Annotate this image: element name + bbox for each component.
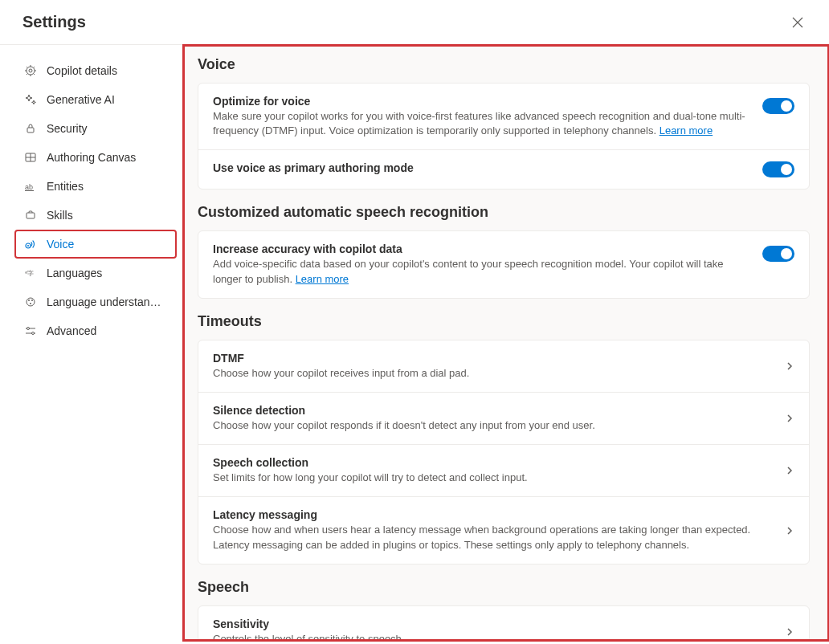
sidebar-item-label: Languages	[47, 267, 102, 279]
optimize-learn-more-link[interactable]: Learn more	[660, 124, 713, 137]
speechcol-title: Speech collection	[213, 456, 769, 469]
sidebar-item-generative-ai[interactable]: Generative AI	[14, 85, 177, 114]
svg-point-13	[28, 300, 30, 301]
sidebar-item-security[interactable]: Security	[14, 114, 177, 143]
voice-card: Optimize for voice Make sure your copilo…	[198, 83, 810, 190]
svg-point-0	[27, 67, 35, 75]
gear-icon	[24, 64, 37, 77]
svg-rect-2	[27, 128, 34, 132]
svg-point-12	[27, 298, 35, 306]
svg-point-17	[27, 328, 30, 330]
silence-title: Silence detection	[213, 404, 769, 417]
speech-collection-row[interactable]: Speech collection Set limits for how lon…	[198, 444, 809, 496]
asr-card: Increase accuracy with copilot data Add …	[198, 230, 810, 298]
chevron-right-icon	[785, 361, 794, 371]
sidebar-item-authoring-canvas[interactable]: Authoring Canvas	[14, 143, 177, 172]
page-title: Settings	[22, 13, 86, 31]
speechcol-text: Speech collection Set limits for how lon…	[213, 456, 769, 485]
chevron-right-icon	[785, 526, 794, 536]
sidebar-item-entities[interactable]: ab Entities	[14, 172, 177, 201]
primary-mode-row: Use voice as primary authoring mode	[198, 149, 809, 189]
latency-title: Latency messaging	[213, 508, 769, 521]
sensitivity-text: Sensitivity Controls the level of sensit…	[213, 618, 769, 641]
dtmf-row[interactable]: DTMF Choose how your copilot receives in…	[198, 340, 809, 392]
sliders-icon	[24, 324, 37, 337]
svg-rect-8	[27, 213, 35, 218]
sidebar-item-copilot-details[interactable]: Copilot details	[14, 56, 177, 85]
sensitivity-row[interactable]: Sensitivity Controls the level of sensit…	[198, 606, 809, 641]
voice-icon	[24, 238, 37, 251]
accuracy-row: Increase accuracy with copilot data Add …	[198, 231, 809, 297]
dtmf-title: DTMF	[213, 352, 769, 365]
primary-title: Use voice as primary authoring mode	[213, 161, 746, 174]
sidebar-item-language-understanding[interactable]: Language understandi…	[14, 287, 177, 316]
sensitivity-desc: Controls the level of sensitivity to spe…	[213, 632, 769, 641]
languages-icon: ᵃ字	[24, 267, 37, 279]
svg-rect-7	[25, 190, 34, 191]
section-title-voice: Voice	[198, 56, 810, 73]
sidebar-item-label: Voice	[47, 238, 74, 251]
canvas-icon	[24, 151, 37, 164]
primary-toggle[interactable]	[762, 161, 794, 177]
silence-text: Silence detection Choose how your copilo…	[213, 404, 769, 433]
sidebar-item-label: Advanced	[47, 324, 96, 337]
sidebar-item-label: Generative AI	[47, 93, 115, 106]
sparkle-icon	[24, 93, 37, 106]
lock-icon	[24, 122, 37, 135]
sidebar-item-voice[interactable]: Voice	[14, 230, 177, 259]
sidebar-item-label: Authoring Canvas	[47, 151, 136, 164]
svg-point-1	[29, 69, 32, 72]
primary-text: Use voice as primary authoring mode	[213, 161, 746, 176]
section-title-asr: Customized automatic speech recognition	[198, 204, 810, 221]
speechcol-desc: Set limits for how long your copilot wil…	[213, 471, 769, 485]
skills-icon	[24, 209, 37, 222]
latency-row[interactable]: Latency messaging Choose how and when us…	[198, 496, 809, 563]
sidebar-item-languages[interactable]: ᵃ字 Languages	[14, 259, 177, 287]
accuracy-learn-more-link[interactable]: Learn more	[296, 273, 349, 285]
svg-point-15	[30, 303, 31, 304]
latency-text: Latency messaging Choose how and when us…	[213, 508, 769, 552]
svg-point-19	[32, 332, 35, 335]
content-area: Copilot details Generative AI Security A…	[0, 45, 829, 641]
close-icon	[792, 17, 803, 28]
optimize-text: Optimize for voice Make sure your copilo…	[213, 95, 746, 138]
sidebar-item-label: Security	[47, 122, 88, 135]
latency-desc: Choose how and when users hear a latency…	[213, 523, 769, 552]
main-panel: Voice Optimize for voice Make sure your …	[183, 45, 829, 641]
chevron-right-icon	[785, 414, 794, 423]
brain-icon	[24, 296, 37, 308]
section-title-timeouts: Timeouts	[198, 313, 810, 330]
svg-text:ab: ab	[25, 183, 33, 191]
sidebar-item-label: Skills	[47, 209, 73, 222]
svg-point-14	[31, 300, 33, 301]
optimize-for-voice-row: Optimize for voice Make sure your copilo…	[198, 84, 809, 149]
accuracy-desc: Add voice-specific data based on your co…	[213, 257, 746, 286]
optimize-title: Optimize for voice	[213, 95, 746, 108]
silence-desc: Choose how your copilot responds if it d…	[213, 418, 769, 433]
silence-row[interactable]: Silence detection Choose how your copilo…	[198, 392, 809, 444]
optimize-desc: Make sure your copilot works for you wit…	[213, 109, 746, 138]
dtmf-desc: Choose how your copilot receives input f…	[213, 366, 769, 381]
chevron-right-icon	[785, 466, 794, 475]
optimize-toggle[interactable]	[762, 98, 794, 114]
settings-header: Settings	[0, 0, 829, 45]
sidebar-item-advanced[interactable]: Advanced	[14, 316, 177, 345]
entities-icon: ab	[24, 180, 37, 193]
sidebar-item-label: Entities	[47, 180, 84, 193]
dtmf-text: DTMF Choose how your copilot receives in…	[213, 352, 769, 381]
sidebar-item-skills[interactable]: Skills	[14, 201, 177, 230]
chevron-right-icon	[785, 627, 794, 637]
svg-text:ᵃ字: ᵃ字	[25, 270, 34, 277]
speech-card: Sensitivity Controls the level of sensit…	[198, 605, 810, 641]
sidebar-item-label: Language understandi…	[47, 296, 167, 308]
sidebar: Copilot details Generative AI Security A…	[0, 45, 183, 641]
svg-point-10	[27, 245, 29, 247]
sensitivity-title: Sensitivity	[213, 618, 769, 630]
accuracy-title: Increase accuracy with copilot data	[213, 243, 746, 255]
accuracy-text: Increase accuracy with copilot data Add …	[213, 243, 746, 286]
timeouts-card: DTMF Choose how your copilot receives in…	[198, 340, 810, 565]
section-title-speech: Speech	[198, 579, 810, 596]
sidebar-item-label: Copilot details	[47, 64, 117, 77]
close-button[interactable]	[789, 14, 807, 31]
accuracy-toggle[interactable]	[762, 246, 794, 262]
